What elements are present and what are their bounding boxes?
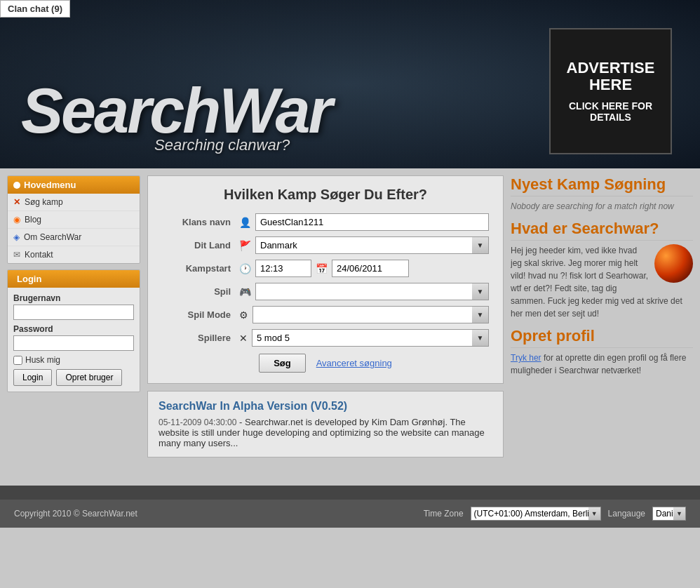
language-label: Langauge [608, 509, 645, 519]
kontakt-icon: ✉ [13, 250, 20, 260]
date-input[interactable] [332, 260, 409, 277]
footer-bar [0, 486, 700, 500]
menu-header: Hovedmenu [8, 176, 140, 194]
players-icon: ✕ [239, 333, 248, 344]
kontakt-label: Kontakt [25, 250, 53, 260]
dit-land-select[interactable]: Danmark Sverige Norge [255, 236, 489, 254]
alpha-title: SearchWar In Alpha Version (V0.52) [159, 400, 492, 413]
spillere-control: ✕ 5 mod 5 3 mod 3 2 mod 2 ▼ [239, 329, 489, 347]
hvad-er-title: Hvad er Searchwar? [511, 220, 693, 241]
header: Clan chat (9) SearchWar Searching clanwa… [0, 0, 700, 168]
calendar-icon: 📅 [316, 263, 328, 274]
copyright-text: Copyright 2010 © SearchWar.net [14, 509, 137, 519]
spil-mode-row: Spil Mode ⚙ ▼ [162, 306, 489, 323]
nyest-kamp-title: Nyest Kamp Søgning [511, 175, 693, 196]
sidebar-item-blog[interactable]: ◉ Blog [8, 211, 140, 229]
game-icon: 🎮 [239, 286, 251, 298]
right-panel: Nyest Kamp Søgning Nobody are searching … [511, 175, 693, 457]
spil-control: 🎮 ▼ [239, 283, 489, 300]
sidebar-item-kontakt[interactable]: ✉ Kontakt [8, 246, 140, 263]
search-button[interactable]: Søg [259, 354, 306, 373]
spil-mode-select-wrapper: ▼ [253, 306, 489, 323]
avanceret-link[interactable]: Avanceret søgning [316, 354, 392, 373]
content-area: Hvilken Kamp Søger Du Efter? Klans navn … [147, 175, 504, 457]
spillere-label: Spillere [162, 333, 239, 343]
opret-profil-title: Opret profil [511, 327, 693, 348]
clan-icon: 👤 [239, 217, 251, 228]
alpha-version-box: SearchWar In Alpha Version (V0.52) 05-11… [147, 391, 504, 457]
search-buttons: Søg Avanceret søgning [162, 354, 489, 373]
om-label: Om SearchWar [24, 232, 81, 242]
opret-profil-section: Opret profil Tryk her for at oprette din… [511, 327, 693, 377]
x-icon: ✕ [13, 197, 20, 207]
sidebar-item-om[interactable]: ◈ Om SearchWar [8, 229, 140, 246]
timezone-select[interactable]: (UTC+01:00) Amsterdam, Berlin, [471, 507, 601, 521]
logo-subtitle: Searching clanwar? [154, 136, 290, 154]
menu-section: Hovedmenu ✕ Søg kamp ◉ Blog ◈ Om SearchW… [7, 175, 140, 264]
spil-label: Spil [162, 286, 239, 297]
login-body: Brugernavn Password Husk mig Login Opret… [8, 288, 140, 392]
om-icon: ◈ [13, 232, 20, 242]
nyest-kamp-text: Nobody are searching for a match right n… [511, 200, 693, 213]
flag-icon: 🚩 [239, 240, 251, 251]
klans-navn-input[interactable] [255, 213, 489, 231]
sidebar-item-soeg-kamp[interactable]: ✕ Søg kamp [8, 194, 140, 211]
login-title: Login [17, 274, 41, 284]
sidebar: Hovedmenu ✕ Søg kamp ◉ Blog ◈ Om SearchW… [7, 175, 140, 457]
ad-subtitle: CLICK HERE FOR DETAILS [551, 100, 671, 123]
dit-land-control: 🚩 Danmark Sverige Norge ▼ [239, 236, 489, 254]
blog-icon: ◉ [13, 215, 20, 225]
hvad-er-section: Hvad er Searchwar? Hej jeg heeder kim, v… [511, 220, 693, 320]
klans-navn-row: Klans navn 👤 [162, 213, 489, 231]
spil-select-wrapper: ▼ [255, 283, 489, 300]
dit-land-row: Dit Land 🚩 Danmark Sverige Norge ▼ [162, 236, 489, 254]
tryk-her-link[interactable]: Tryk her [511, 353, 541, 363]
kampstart-control: 🕐 📅 [239, 260, 489, 277]
nyest-kamp-section: Nyest Kamp Søgning Nobody are searching … [511, 175, 693, 213]
spil-mode-select[interactable] [253, 306, 489, 323]
timezone-label: Time Zone [424, 509, 464, 519]
username-input[interactable] [13, 305, 134, 320]
footer-right: Time Zone (UTC+01:00) Amsterdam, Berlin,… [424, 507, 686, 521]
spil-mode-label: Spil Mode [162, 309, 239, 320]
login-buttons: Login Opret bruger [13, 369, 134, 386]
kampstart-label: Kampstart [162, 263, 239, 274]
kampstart-row: Kampstart 🕐 📅 [162, 260, 489, 277]
footer: Copyright 2010 © SearchWar.net Time Zone… [0, 500, 700, 528]
login-button[interactable]: Login [13, 369, 52, 386]
login-header: Login [8, 270, 140, 288]
spillere-select[interactable]: 5 mod 5 3 mod 3 2 mod 2 [252, 329, 489, 347]
alpha-date: 05-11-2009 04:30:00 [159, 417, 236, 427]
spil-row: Spil 🎮 ▼ [162, 283, 489, 300]
menu-title: Hovedmenu [24, 180, 76, 190]
spil-select[interactable] [255, 283, 489, 300]
gear-icon: ⚙ [239, 309, 248, 321]
main-wrapper: Hovedmenu ✕ Søg kamp ◉ Blog ◈ Om SearchW… [0, 168, 700, 465]
spacer [0, 465, 700, 486]
language-select[interactable]: Danish [652, 507, 686, 521]
klans-navn-control: 👤 [239, 213, 489, 231]
spil-mode-control: ⚙ ▼ [239, 306, 489, 323]
dit-land-select-wrapper: Danmark Sverige Norge ▼ [255, 236, 489, 254]
password-input[interactable] [13, 335, 134, 351]
advertisement-box[interactable]: ADVERTISE HERE CLICK HERE FOR DETAILS [549, 28, 672, 154]
ad-title: ADVERTISE HERE [551, 60, 671, 93]
timezone-wrapper: (UTC+01:00) Amsterdam, Berlin, ▼ [471, 507, 601, 521]
blog-label: Blog [25, 215, 41, 225]
menu-dot-icon [13, 182, 20, 189]
dit-land-label: Dit Land [162, 240, 239, 250]
spillere-select-wrapper: 5 mod 5 3 mod 3 2 mod 2 ▼ [252, 329, 489, 347]
remember-row: Husk mig [13, 355, 134, 365]
clock-icon: 🕐 [239, 263, 251, 274]
language-wrapper: Danish ▼ [652, 507, 686, 521]
remember-checkbox[interactable] [13, 356, 22, 365]
klans-navn-label: Klans navn [162, 217, 239, 227]
alpha-separator: - [239, 417, 245, 427]
opret-bruger-button[interactable]: Opret bruger [56, 369, 122, 386]
remember-label: Husk mig [25, 355, 60, 365]
spillere-row: Spillere ✕ 5 mod 5 3 mod 3 2 mod 2 ▼ [162, 329, 489, 347]
clan-chat-button[interactable]: Clan chat (9) [0, 0, 70, 18]
search-form-title: Hvilken Kamp Søger Du Efter? [162, 187, 489, 203]
search-form: Hvilken Kamp Søger Du Efter? Klans navn … [147, 175, 504, 384]
time-input[interactable] [255, 260, 311, 277]
